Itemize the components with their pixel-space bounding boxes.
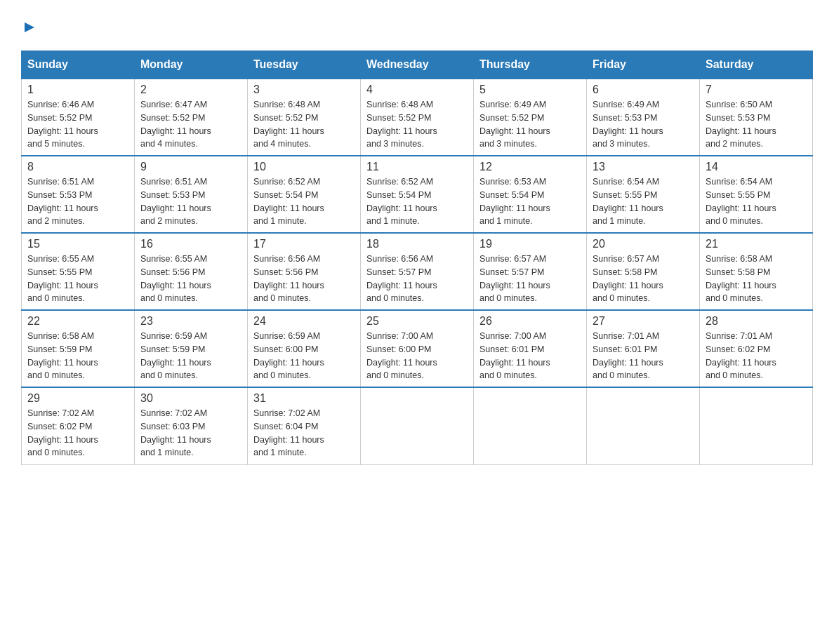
logo-arrow-icon <box>23 21 36 36</box>
calendar-cell: 14Sunrise: 6:54 AMSunset: 5:55 PMDayligh… <box>700 156 813 233</box>
logo <box>21 14 36 36</box>
calendar-cell: 16Sunrise: 6:55 AMSunset: 5:56 PMDayligh… <box>135 233 248 310</box>
day-number: 24 <box>253 315 355 328</box>
day-info: Sunrise: 7:02 AMSunset: 6:04 PMDaylight:… <box>253 407 355 459</box>
day-number: 1 <box>27 83 128 96</box>
col-header-saturday: Saturday <box>700 51 813 79</box>
day-number: 2 <box>140 83 241 96</box>
day-number: 21 <box>706 238 807 250</box>
day-number: 25 <box>366 315 468 328</box>
calendar-cell: 17Sunrise: 6:56 AMSunset: 5:56 PMDayligh… <box>248 233 361 310</box>
day-info: Sunrise: 6:49 AMSunset: 5:53 PMDaylight:… <box>593 98 694 151</box>
day-number: 11 <box>366 161 468 173</box>
calendar-cell: 24Sunrise: 6:59 AMSunset: 6:00 PMDayligh… <box>248 310 361 387</box>
calendar-cell: 27Sunrise: 7:01 AMSunset: 6:01 PMDayligh… <box>587 310 700 387</box>
day-number: 14 <box>706 161 807 173</box>
day-info: Sunrise: 6:57 AMSunset: 5:57 PMDaylight:… <box>479 253 581 305</box>
day-info: Sunrise: 6:55 AMSunset: 5:56 PMDaylight:… <box>140 253 241 305</box>
day-number: 26 <box>479 315 581 328</box>
day-info: Sunrise: 6:59 AMSunset: 5:59 PMDaylight:… <box>140 330 241 382</box>
calendar-cell <box>474 387 587 464</box>
day-number: 30 <box>140 392 241 405</box>
day-number: 7 <box>706 83 807 96</box>
col-header-monday: Monday <box>135 51 248 79</box>
calendar-cell: 20Sunrise: 6:57 AMSunset: 5:58 PMDayligh… <box>587 233 700 310</box>
page-header <box>21 14 813 36</box>
day-number: 12 <box>479 161 581 173</box>
calendar-cell: 19Sunrise: 6:57 AMSunset: 5:57 PMDayligh… <box>474 233 587 310</box>
day-info: Sunrise: 6:52 AMSunset: 5:54 PMDaylight:… <box>366 175 468 228</box>
col-header-wednesday: Wednesday <box>361 51 474 79</box>
day-info: Sunrise: 7:00 AMSunset: 6:00 PMDaylight:… <box>366 330 468 382</box>
day-number: 20 <box>593 238 694 250</box>
day-number: 18 <box>366 238 468 250</box>
calendar-week-row: 8Sunrise: 6:51 AMSunset: 5:53 PMDaylight… <box>22 156 813 233</box>
day-info: Sunrise: 6:54 AMSunset: 5:55 PMDaylight:… <box>593 175 694 228</box>
calendar-cell: 23Sunrise: 6:59 AMSunset: 5:59 PMDayligh… <box>135 310 248 387</box>
calendar-cell: 18Sunrise: 6:56 AMSunset: 5:57 PMDayligh… <box>361 233 474 310</box>
calendar-cell: 4Sunrise: 6:48 AMSunset: 5:52 PMDaylight… <box>361 79 474 156</box>
day-number: 23 <box>140 315 241 328</box>
day-number: 10 <box>253 161 355 173</box>
day-number: 17 <box>253 238 355 250</box>
day-info: Sunrise: 6:58 AMSunset: 5:58 PMDaylight:… <box>706 253 807 305</box>
col-header-tuesday: Tuesday <box>248 51 361 79</box>
day-number: 28 <box>706 315 807 328</box>
day-number: 4 <box>366 83 468 96</box>
calendar-cell: 6Sunrise: 6:49 AMSunset: 5:53 PMDaylight… <box>587 79 700 156</box>
calendar-week-row: 29Sunrise: 7:02 AMSunset: 6:02 PMDayligh… <box>22 387 813 464</box>
calendar-cell: 26Sunrise: 7:00 AMSunset: 6:01 PMDayligh… <box>474 310 587 387</box>
day-info: Sunrise: 7:01 AMSunset: 6:01 PMDaylight:… <box>593 330 694 382</box>
day-info: Sunrise: 6:56 AMSunset: 5:56 PMDaylight:… <box>253 253 355 305</box>
calendar-cell: 1Sunrise: 6:46 AMSunset: 5:52 PMDaylight… <box>22 79 135 156</box>
day-info: Sunrise: 6:51 AMSunset: 5:53 PMDaylight:… <box>27 175 128 228</box>
calendar-cell: 9Sunrise: 6:51 AMSunset: 5:53 PMDaylight… <box>135 156 248 233</box>
calendar-header-row: SundayMondayTuesdayWednesdayThursdayFrid… <box>22 51 813 79</box>
day-number: 22 <box>27 315 128 328</box>
day-info: Sunrise: 6:58 AMSunset: 5:59 PMDaylight:… <box>27 330 128 382</box>
calendar-cell: 15Sunrise: 6:55 AMSunset: 5:55 PMDayligh… <box>22 233 135 310</box>
day-number: 3 <box>253 83 355 96</box>
calendar-cell <box>700 387 813 464</box>
day-info: Sunrise: 6:54 AMSunset: 5:55 PMDaylight:… <box>706 175 807 228</box>
day-number: 13 <box>593 161 694 173</box>
calendar-cell <box>587 387 700 464</box>
day-info: Sunrise: 6:47 AMSunset: 5:52 PMDaylight:… <box>140 98 241 151</box>
day-number: 6 <box>593 83 694 96</box>
calendar-cell: 5Sunrise: 6:49 AMSunset: 5:52 PMDaylight… <box>474 79 587 156</box>
day-number: 5 <box>479 83 581 96</box>
calendar-cell: 29Sunrise: 7:02 AMSunset: 6:02 PMDayligh… <box>22 387 135 464</box>
calendar-cell: 31Sunrise: 7:02 AMSunset: 6:04 PMDayligh… <box>248 387 361 464</box>
day-info: Sunrise: 6:48 AMSunset: 5:52 PMDaylight:… <box>366 98 468 151</box>
calendar-cell <box>361 387 474 464</box>
calendar-cell: 21Sunrise: 6:58 AMSunset: 5:58 PMDayligh… <box>700 233 813 310</box>
day-info: Sunrise: 6:49 AMSunset: 5:52 PMDaylight:… <box>479 98 581 151</box>
day-info: Sunrise: 7:02 AMSunset: 6:02 PMDaylight:… <box>27 407 128 459</box>
day-number: 19 <box>479 238 581 250</box>
calendar-week-row: 22Sunrise: 6:58 AMSunset: 5:59 PMDayligh… <box>22 310 813 387</box>
col-header-sunday: Sunday <box>22 51 135 79</box>
calendar-cell: 30Sunrise: 7:02 AMSunset: 6:03 PMDayligh… <box>135 387 248 464</box>
calendar-cell: 28Sunrise: 7:01 AMSunset: 6:02 PMDayligh… <box>700 310 813 387</box>
calendar-cell: 7Sunrise: 6:50 AMSunset: 5:53 PMDaylight… <box>700 79 813 156</box>
calendar-cell: 11Sunrise: 6:52 AMSunset: 5:54 PMDayligh… <box>361 156 474 233</box>
calendar-cell: 22Sunrise: 6:58 AMSunset: 5:59 PMDayligh… <box>22 310 135 387</box>
day-info: Sunrise: 6:59 AMSunset: 6:00 PMDaylight:… <box>253 330 355 382</box>
calendar-cell: 2Sunrise: 6:47 AMSunset: 5:52 PMDaylight… <box>135 79 248 156</box>
day-info: Sunrise: 6:56 AMSunset: 5:57 PMDaylight:… <box>366 253 468 305</box>
calendar-cell: 13Sunrise: 6:54 AMSunset: 5:55 PMDayligh… <box>587 156 700 233</box>
col-header-thursday: Thursday <box>474 51 587 79</box>
day-info: Sunrise: 7:01 AMSunset: 6:02 PMDaylight:… <box>706 330 807 382</box>
day-info: Sunrise: 6:53 AMSunset: 5:54 PMDaylight:… <box>479 175 581 228</box>
day-info: Sunrise: 6:52 AMSunset: 5:54 PMDaylight:… <box>253 175 355 228</box>
day-info: Sunrise: 6:46 AMSunset: 5:52 PMDaylight:… <box>27 98 128 151</box>
day-number: 27 <box>593 315 694 328</box>
calendar-cell: 25Sunrise: 7:00 AMSunset: 6:00 PMDayligh… <box>361 310 474 387</box>
day-number: 16 <box>140 238 241 250</box>
day-info: Sunrise: 6:51 AMSunset: 5:53 PMDaylight:… <box>140 175 241 228</box>
day-info: Sunrise: 6:57 AMSunset: 5:58 PMDaylight:… <box>593 253 694 305</box>
day-info: Sunrise: 7:00 AMSunset: 6:01 PMDaylight:… <box>479 330 581 382</box>
day-info: Sunrise: 6:50 AMSunset: 5:53 PMDaylight:… <box>706 98 807 151</box>
calendar-cell: 10Sunrise: 6:52 AMSunset: 5:54 PMDayligh… <box>248 156 361 233</box>
calendar-week-row: 1Sunrise: 6:46 AMSunset: 5:52 PMDaylight… <box>22 79 813 156</box>
